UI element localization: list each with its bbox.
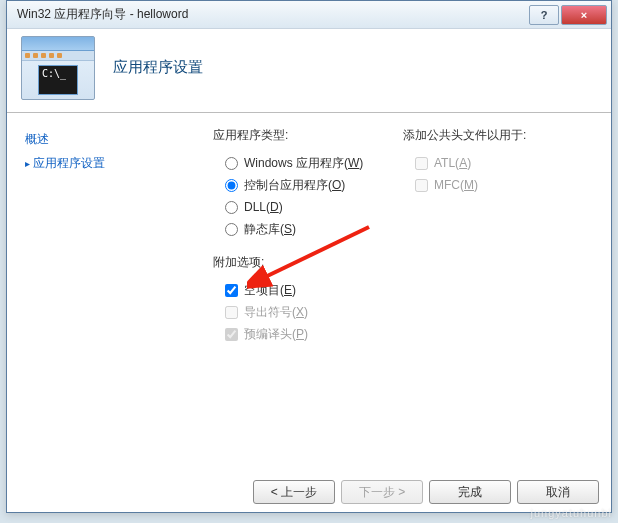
check-precomp-input (225, 328, 238, 341)
cancel-button[interactable]: 取消 (517, 480, 599, 504)
check-export-input (225, 306, 238, 319)
radio-dll[interactable]: DLL(D) (225, 196, 597, 218)
wizard-icon: C:\_ (21, 36, 95, 100)
sidebar-overview[interactable]: 概述 (25, 127, 177, 151)
check-mfc: MFC(M) (415, 174, 563, 196)
common-label: 添加公共头文件以用于: (403, 127, 563, 144)
body: 概述 应用程序设置 应用程序类型: Windows 应用程序(W) 控制台应用程… (7, 113, 611, 463)
radio-console-input[interactable] (225, 179, 238, 192)
close-button[interactable]: × (561, 5, 607, 25)
radio-windows-input[interactable] (225, 157, 238, 170)
help-button[interactable]: ? (529, 5, 559, 25)
check-export-symbols: 导出符号(X) (225, 301, 597, 323)
finish-button[interactable]: 完成 (429, 480, 511, 504)
sidebar-settings[interactable]: 应用程序设置 (25, 151, 177, 176)
check-empty-project[interactable]: 空项目(E) (225, 279, 597, 301)
window-title: Win32 应用程序向导 - helloword (17, 6, 527, 23)
titlebar: Win32 应用程序向导 - helloword ? × (7, 1, 611, 29)
console-icon: C:\_ (38, 65, 78, 95)
radio-static-input[interactable] (225, 223, 238, 236)
header-title: 应用程序设置 (113, 58, 203, 77)
footer: < 上一步 下一步 > 完成 取消 (253, 480, 599, 504)
header: C:\_ 应用程序设置 (7, 29, 611, 113)
check-mfc-input (415, 179, 428, 192)
wizard-window: Win32 应用程序向导 - helloword ? × C:\_ 应用程序设置… (6, 0, 612, 513)
prev-button[interactable]: < 上一步 (253, 480, 335, 504)
radio-static-lib[interactable]: 静态库(S) (225, 218, 597, 240)
check-atl-input (415, 157, 428, 170)
check-atl: ATL(A) (415, 152, 563, 174)
radio-dll-input[interactable] (225, 201, 238, 214)
common-headers-group: 添加公共头文件以用于: ATL(A) MFC(M) (403, 127, 563, 196)
check-precompiled-header: 预编译头(P) (225, 323, 597, 345)
check-empty-input[interactable] (225, 284, 238, 297)
sidebar: 概述 应用程序设置 (7, 113, 183, 463)
next-button: 下一步 > (341, 480, 423, 504)
content: 应用程序类型: Windows 应用程序(W) 控制台应用程序(O) DLL(D… (183, 113, 611, 463)
additional-label: 附加选项: (213, 254, 597, 271)
